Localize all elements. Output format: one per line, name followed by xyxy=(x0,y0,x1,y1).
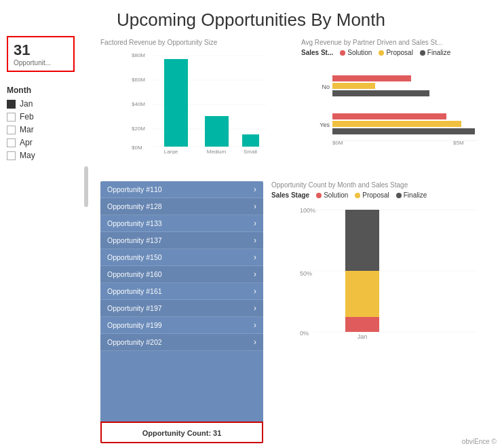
svg-text:Yes: Yes xyxy=(320,122,330,128)
svg-text:$5M: $5M xyxy=(453,140,464,146)
svg-text:100%: 100% xyxy=(300,207,315,214)
list-item[interactable]: Opportunity #202› xyxy=(100,334,263,351)
list-item-arrow-icon: › xyxy=(254,303,256,313)
svg-text:No: No xyxy=(322,83,330,90)
filter-label-apr: Apr xyxy=(20,138,33,147)
top-charts-row: Factored Revenue by Opportunity Size $80… xyxy=(100,36,497,179)
chart3-title: Opportunity Count by Month and Sales Sta… xyxy=(271,181,494,189)
avg-revenue-chart: Avg Revenue by Partner Driven and Sales … xyxy=(301,36,497,179)
svg-rect-21 xyxy=(332,75,411,81)
list-item-arrow-icon: › xyxy=(254,219,256,228)
watermark: obviEnce © xyxy=(462,438,497,445)
svg-text:$0M: $0M xyxy=(332,140,343,146)
svg-text:50%: 50% xyxy=(300,270,312,277)
filter-checkbox-may[interactable] xyxy=(7,151,16,160)
factored-revenue-chart: Factored Revenue by Opportunity Size $80… xyxy=(100,36,296,179)
list-footer-text: Opportunity Count: 31 xyxy=(142,429,222,437)
filter-item-apr[interactable]: Apr xyxy=(7,138,88,147)
list-item[interactable]: Opportunity #128› xyxy=(100,198,263,215)
list-item-label: Opportunity #110 xyxy=(107,185,162,193)
svg-rect-23 xyxy=(332,90,429,96)
svg-rect-34 xyxy=(345,271,379,317)
svg-rect-33 xyxy=(345,317,379,332)
filter-checkbox-mar[interactable] xyxy=(7,126,16,134)
filter-item-mar[interactable]: Mar xyxy=(7,125,88,134)
chart3-legend: Sales Stage Solution Proposal Finalize xyxy=(271,191,494,199)
stacked-bar-chart: 100% 50% 0% xyxy=(271,203,494,339)
svg-text:Medium: Medium xyxy=(207,149,227,154)
legend-proposal: Proposal xyxy=(379,49,412,56)
bar-chart-1: $80M $60M $40M $20M $0M xyxy=(100,49,296,154)
svg-text:$40M: $40M xyxy=(132,101,145,107)
svg-rect-12 xyxy=(242,134,259,147)
charts-area: Factored Revenue by Opportunity Size $80… xyxy=(95,36,502,443)
filter-title: Month xyxy=(7,86,88,95)
legend-finalize-label: Finalize xyxy=(427,49,450,56)
scroll-indicator[interactable] xyxy=(84,166,88,207)
svg-rect-24 xyxy=(332,113,446,119)
list-footer: Opportunity Count: 31 xyxy=(100,422,263,443)
list-item[interactable]: Opportunity #197› xyxy=(100,300,263,317)
filter-item-may[interactable]: May xyxy=(7,151,88,160)
list-item-arrow-icon: › xyxy=(254,236,256,245)
list-item-arrow-icon: › xyxy=(254,202,256,211)
bottom-section: Opportunity #110›Opportunity #128›Opport… xyxy=(100,181,497,443)
chart2-title: Avg Revenue by Partner Driven and Sales … xyxy=(301,39,497,46)
list-item[interactable]: Opportunity #110› xyxy=(100,181,263,198)
opportunity-list: Opportunity #110›Opportunity #128›Opport… xyxy=(100,181,263,443)
solution-dot xyxy=(340,50,345,56)
kpi-label: Opportunit... xyxy=(14,59,68,67)
list-item-label: Opportunity #137 xyxy=(107,236,162,244)
list-item-arrow-icon: › xyxy=(254,286,256,296)
filter-label-jan: Jan xyxy=(20,99,33,109)
list-item-label: Opportunity #161 xyxy=(107,287,162,295)
filter-checkbox-jan[interactable] xyxy=(7,100,16,109)
list-item-label: Opportunity #133 xyxy=(107,219,162,227)
s3-solution-dot xyxy=(316,193,322,198)
filter-item-feb[interactable]: Feb xyxy=(7,112,88,122)
list-item[interactable]: Opportunity #161› xyxy=(100,283,263,300)
legend-proposal-label: Proposal xyxy=(386,49,412,56)
stacked-bar-chart-area: Opportunity Count by Month and Sales Sta… xyxy=(269,181,497,443)
list-item[interactable]: Opportunity #199› xyxy=(100,317,263,334)
kpi-card[interactable]: 31 Opportunit... xyxy=(7,36,75,72)
list-item-arrow-icon: › xyxy=(254,269,256,279)
filter-checkbox-feb[interactable] xyxy=(7,113,16,122)
legend3-solution: Solution xyxy=(316,191,348,199)
svg-rect-26 xyxy=(332,128,475,134)
list-item-arrow-icon: › xyxy=(254,185,256,194)
svg-text:0%: 0% xyxy=(300,330,309,337)
legend3-finalize: Finalize xyxy=(396,191,427,199)
list-item-label: Opportunity #202 xyxy=(107,338,162,346)
list-item-arrow-icon: › xyxy=(254,253,256,262)
list-item[interactable]: Opportunity #133› xyxy=(100,215,263,232)
svg-text:$60M: $60M xyxy=(132,77,145,83)
month-filter: Month JanFebMarAprMay xyxy=(7,86,88,164)
filter-label-mar: Mar xyxy=(20,125,34,134)
svg-text:Small: Small xyxy=(244,149,257,154)
svg-rect-35 xyxy=(345,210,379,271)
list-item-label: Opportunity #199 xyxy=(107,321,162,329)
svg-rect-10 xyxy=(164,59,188,147)
svg-rect-25 xyxy=(332,121,461,127)
list-item-label: Opportunity #150 xyxy=(107,253,162,261)
s3-solution-label: Solution xyxy=(324,191,348,199)
svg-rect-22 xyxy=(332,83,375,89)
list-item-label: Opportunity #128 xyxy=(107,202,162,210)
horizontal-bar-chart: No Yes $0M $5M xyxy=(301,60,497,149)
s3-finalize-dot xyxy=(396,193,402,198)
list-item[interactable]: Opportunity #150› xyxy=(100,249,263,266)
svg-text:$0M: $0M xyxy=(132,145,142,151)
list-item[interactable]: Opportunity #137› xyxy=(100,232,263,249)
s3-proposal-dot xyxy=(355,193,360,198)
legend-solution-label: Solution xyxy=(347,49,372,56)
page-title: Upcoming Opportunities By Month xyxy=(0,0,502,36)
filter-checkbox-apr[interactable] xyxy=(7,138,16,147)
list-item[interactable]: Opportunity #160› xyxy=(100,266,263,283)
svg-text:Large: Large xyxy=(164,149,178,154)
legend-solution: Solution xyxy=(340,49,372,56)
filter-item-jan[interactable]: Jan xyxy=(7,99,88,109)
finalize-dot xyxy=(420,50,425,56)
list-item-arrow-icon: › xyxy=(254,337,256,347)
svg-text:$80M: $80M xyxy=(132,52,145,58)
